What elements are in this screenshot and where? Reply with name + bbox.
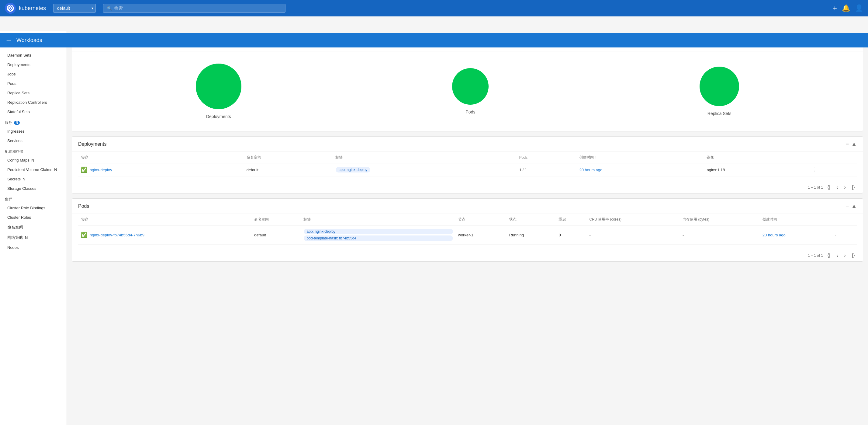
sidebar-item-stateful-sets[interactable]: Stateful Sets xyxy=(0,107,67,116)
pod-row-menu[interactable]: ⋮ xyxy=(831,225,857,245)
namespace-selector[interactable]: default xyxy=(53,4,96,13)
replica-sets-circle xyxy=(700,67,739,106)
deployment-row-menu-icon[interactable]: ⋮ xyxy=(812,167,817,173)
deployments-col-actions xyxy=(810,152,857,163)
search-box[interactable]: 🔍 xyxy=(103,4,285,13)
sidebar-item-replication-controllers[interactable]: Replication Controllers xyxy=(0,98,67,107)
circle-item-pods: Pods xyxy=(452,68,489,114)
circle-item-deployments: Deployments xyxy=(196,64,241,119)
pods-collapse-icon[interactable]: ▲ xyxy=(851,203,857,209)
sidebar-item-jobs[interactable]: Jobs xyxy=(0,69,67,79)
pod-cpu: - xyxy=(587,225,680,245)
pods-col-node: 节点 xyxy=(456,214,507,225)
sidebar-item-cluster-roles[interactable]: Cluster Roles xyxy=(0,213,67,222)
sidebar-item-config-maps[interactable]: Config Maps N xyxy=(0,155,67,165)
svg-point-0 xyxy=(5,3,16,14)
pods-col-labels: 标签 xyxy=(301,214,456,225)
menu-icon[interactable]: ☰ xyxy=(6,36,11,44)
pods-col-cpu: CPU 使用率 (cores) xyxy=(587,214,680,225)
sidebar-item-services[interactable]: Services xyxy=(0,136,67,145)
sidebar-item-network-policies[interactable]: 网络策略 N xyxy=(0,232,67,243)
pods-col-status: 状态 xyxy=(507,214,556,225)
add-button[interactable]: + xyxy=(833,4,837,12)
deployment-name-link[interactable]: nginx-deploy xyxy=(90,168,112,172)
pods-circle xyxy=(452,68,489,105)
sidebar-item-pods[interactable]: Pods xyxy=(0,79,67,88)
circles-area: Deployments Pods Replica Sets xyxy=(72,51,863,131)
deployment-created-link[interactable]: 20 hours ago xyxy=(579,168,602,172)
sidebar-item-storage-classes[interactable]: Storage Classes xyxy=(0,184,67,193)
sidebar-section-config: 配置和存储 xyxy=(0,145,67,155)
topbar: kubernetes default 🔍 + 🔔 👤 xyxy=(0,0,868,17)
pod-memory: - xyxy=(680,225,760,245)
pod-name-link[interactable]: nginx-deploy-fb74b55d4-7h6b9 xyxy=(90,233,145,237)
pod-tag-2[interactable]: pod-template-hash: fb74b55d4 xyxy=(304,235,453,241)
deployments-col-pods: Pods xyxy=(517,152,577,163)
sidebar-item-replica-sets[interactable]: Replica Sets xyxy=(0,88,67,98)
search-input[interactable] xyxy=(114,6,282,11)
pods-pagination-text: 1 – 1 of 1 xyxy=(808,253,823,258)
pods-col-name: 名称 xyxy=(78,214,252,225)
deployment-pods: 1 / 1 xyxy=(517,163,577,176)
sidebar-item-namespaces[interactable]: 命名空间 xyxy=(0,222,67,232)
sidebar-section-cluster: 集群 xyxy=(0,193,67,203)
main-layout: 工作负载 N Cron Jobs Daemon Sets Deployments… xyxy=(0,31,868,272)
pods-col-restarts: 重启 xyxy=(556,214,587,225)
workloads-title: Workloads xyxy=(17,37,42,44)
sidebar-item-ingresses[interactable]: Ingresses xyxy=(0,126,67,136)
sidebar-item-cluster-role-bindings[interactable]: Cluster Role Bindings xyxy=(0,203,67,213)
pod-status: Running xyxy=(507,225,556,245)
deployment-status-name: ✅ nginx-deploy xyxy=(78,163,244,176)
table-row: ✅ nginx-deploy default app: nginx-deploy xyxy=(78,163,857,176)
pod-status-icon: ✅ xyxy=(81,231,87,238)
pods-filter-icon[interactable]: ≡ xyxy=(846,203,849,209)
notifications-icon[interactable]: 🔔 xyxy=(842,4,850,12)
search-icon: 🔍 xyxy=(107,6,112,11)
pods-circle-label: Pods xyxy=(466,110,475,114)
pods-pagination: 1 – 1 of 1 ⟨| ‹ › |⟩ xyxy=(72,250,863,261)
sidebar-item-deployments[interactable]: Deployments xyxy=(0,60,67,69)
search-area: 🔍 xyxy=(103,4,285,13)
pod-created-link[interactable]: 20 hours ago xyxy=(763,233,785,237)
pods-col-memory: 内存使用 (bytes) xyxy=(680,214,760,225)
pods-col-actions xyxy=(831,214,857,225)
workloads-bar: ☰ Workloads xyxy=(0,33,868,48)
deployment-row-menu[interactable]: ⋮ xyxy=(810,163,857,176)
deployments-pagination: 1 – 1 of 1 ⟨| ‹ › |⟩ xyxy=(72,181,863,193)
deployment-tag[interactable]: app: nginx-deploy xyxy=(336,167,371,172)
user-avatar-icon[interactable]: 👤 xyxy=(855,4,863,12)
kubernetes-logo-icon xyxy=(5,3,16,14)
replica-sets-circle-label: Replica Sets xyxy=(708,111,732,116)
deployments-collapse-icon[interactable]: ▲ xyxy=(851,141,857,147)
deployments-next-page-button[interactable]: › xyxy=(842,184,848,191)
sidebar-item-pvc[interactable]: Persistent Volume Claims N xyxy=(0,165,67,174)
pods-card-title: Pods xyxy=(78,203,89,209)
pod-row-menu-icon[interactable]: ⋮ xyxy=(833,232,838,238)
deployments-pagination-text: 1 – 1 of 1 xyxy=(808,185,823,190)
deployments-table-area: 名称 命名空间 标签 Pods 创建时间 ↑ 镜像 xyxy=(72,152,863,181)
pods-col-namespace: 命名空间 xyxy=(252,214,301,225)
deployments-prev-page-button[interactable]: ‹ xyxy=(835,184,840,191)
deployments-card: Deployments ≡ ▲ 名称 命名空间 标签 Pods 创建时间 ↑ xyxy=(72,136,863,194)
sidebar-item-daemon-sets[interactable]: Daemon Sets xyxy=(0,51,67,60)
pod-created: 20 hours ago xyxy=(760,225,831,245)
deployments-first-page-button[interactable]: ⟨| xyxy=(826,184,832,191)
pods-last-page-button[interactable]: |⟩ xyxy=(850,252,857,259)
deployments-last-page-button[interactable]: |⟩ xyxy=(850,184,857,191)
pods-first-page-button[interactable]: ⟨| xyxy=(826,252,832,259)
deployments-card-title: Deployments xyxy=(78,141,106,147)
pods-table: 名称 命名空间 标签 节点 状态 重启 CPU 使用率 (cores) 内存使用… xyxy=(78,214,857,245)
deployments-col-created: 创建时间 ↑ xyxy=(577,152,704,163)
namespace-dropdown[interactable]: default xyxy=(53,4,96,13)
pods-prev-page-button[interactable]: ‹ xyxy=(835,252,840,259)
pods-next-page-button[interactable]: › xyxy=(842,252,848,259)
deployment-tags: app: nginx-deploy xyxy=(333,163,517,176)
deployments-filter-icon[interactable]: ≡ xyxy=(846,141,849,147)
sidebar-item-nodes[interactable]: Nodes xyxy=(0,243,67,252)
sidebar-item-secrets[interactable]: Secrets N xyxy=(0,174,67,184)
deployment-image: nginx:1.18 xyxy=(704,163,810,176)
pod-tag-1[interactable]: app: nginx-deploy xyxy=(304,229,453,234)
pods-table-header-row: 名称 命名空间 标签 节点 状态 重启 CPU 使用率 (cores) 内存使用… xyxy=(78,214,857,225)
deployments-table: 名称 命名空间 标签 Pods 创建时间 ↑ 镜像 xyxy=(78,152,857,176)
table-row: ✅ nginx-deploy-fb74b55d4-7h6b9 default a… xyxy=(78,225,857,245)
